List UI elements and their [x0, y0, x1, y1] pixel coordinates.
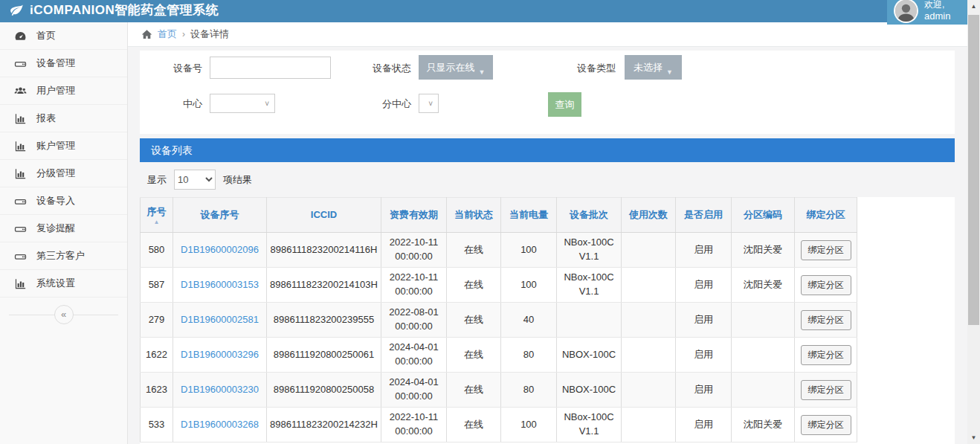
- table-row: 1623 D1B19600003230 8986111920800250058 …: [141, 373, 857, 408]
- cell-status: 在线: [447, 338, 501, 373]
- device-serial-link[interactable]: D1B19600002096: [181, 244, 259, 255]
- cell-enabled: 启用: [676, 233, 732, 268]
- cell-partition: [732, 373, 795, 408]
- bind-partition-button[interactable]: 绑定分区: [801, 345, 851, 365]
- sidebar-item-label: 首页: [36, 29, 56, 42]
- col-header-battery[interactable]: 当前电量: [501, 198, 557, 233]
- col-header-partition[interactable]: 分区编码: [732, 198, 795, 233]
- brand: iCOMPANION智能药盒管理系统: [9, 1, 219, 19]
- cell-partition: 沈阳关爱: [732, 408, 795, 443]
- top-header: iCOMPANION智能药盒管理系统: [0, 0, 967, 22]
- cell-partition: [732, 303, 795, 338]
- search-button[interactable]: 查询: [548, 92, 581, 117]
- sidebar-collapse-button[interactable]: «: [54, 305, 74, 324]
- table-row: 587 D1B19600003153 8986111823200214103H …: [141, 268, 857, 303]
- cell-battery: 100: [501, 233, 557, 268]
- col-header-enabled[interactable]: 是否启用: [676, 198, 732, 233]
- device-status-dropdown[interactable]: 只显示在线▼: [419, 55, 493, 80]
- sidebar-item-revisit-reminder[interactable]: 复诊提醒: [0, 215, 127, 242]
- cell-no: 1623: [141, 373, 173, 408]
- cell-enabled: 启用: [676, 268, 732, 303]
- sidebar-item-account-mgmt[interactable]: 账户管理: [0, 132, 127, 160]
- col-header-status[interactable]: 当前状态: [447, 198, 501, 233]
- breadcrumb-home-link[interactable]: 首页: [158, 28, 177, 41]
- sidebar-item-label: 账户管理: [36, 139, 75, 152]
- cell-usage: [622, 338, 676, 373]
- caret-down-icon: ▼: [479, 68, 486, 76]
- sidebar-item-label: 设备管理: [36, 57, 75, 70]
- col-header-valid[interactable]: 资费有效期: [381, 198, 447, 233]
- subcenter-select[interactable]: ˅: [419, 94, 439, 113]
- app-title: iCOMPANION智能药盒管理系统: [30, 1, 219, 19]
- breadcrumb-current: 设备详情: [190, 28, 229, 41]
- sidebar-item-third-party[interactable]: 第三方客户: [0, 242, 127, 270]
- sidebar-item-system-settings[interactable]: 系统设置: [0, 270, 127, 297]
- device-serial-link[interactable]: D1B19600003153: [181, 279, 259, 290]
- sidebar-item-level-mgmt[interactable]: 分级管理: [0, 160, 127, 187]
- table-header-row: 序号▲ 设备序号 ICCID 资费有效期 当前状态 当前电量 设备批次 使用次数…: [141, 198, 857, 233]
- sidebar-item-reports[interactable]: 报表: [0, 105, 127, 132]
- device-type-dropdown[interactable]: 未选择▼: [625, 55, 682, 80]
- chart-icon: [14, 112, 27, 125]
- cell-enabled: 启用: [676, 373, 732, 408]
- scrollbar-thumb[interactable]: [968, 15, 979, 325]
- username: admin: [924, 10, 950, 22]
- cell-batch: [557, 303, 622, 338]
- table-toolbar: 显示 10 项结果: [140, 162, 955, 197]
- col-header-no[interactable]: 序号▲: [141, 198, 173, 233]
- user-menu[interactable]: 欢迎, admin ▼: [887, 0, 980, 25]
- caret-down-icon: ▼: [666, 68, 673, 76]
- cell-valid: 2022-10-11 00:00:00: [381, 233, 447, 268]
- col-header-bind[interactable]: 绑定分区: [795, 198, 857, 233]
- chevron-down-icon: ˅: [265, 100, 269, 108]
- bind-partition-button[interactable]: 绑定分区: [801, 415, 851, 435]
- sidebar-item-device-mgmt[interactable]: 设备管理: [0, 50, 127, 77]
- cell-usage: [622, 373, 676, 408]
- cell-no: 533: [141, 408, 173, 443]
- cell-batch: NBox-100C V1.1: [557, 233, 622, 268]
- cell-no: 587: [141, 268, 173, 303]
- bind-partition-button[interactable]: 绑定分区: [801, 275, 851, 295]
- col-header-usage[interactable]: 使用次数: [622, 198, 676, 233]
- cell-partition: [732, 338, 795, 373]
- sidebar-item-label: 复诊提醒: [36, 222, 75, 235]
- device-serial-link[interactable]: D1B19600003268: [181, 419, 259, 430]
- device-serial-link[interactable]: D1B19600002581: [181, 314, 259, 325]
- user-text: 欢迎, admin: [924, 0, 950, 22]
- cell-iccid: 8986111823200214116H: [267, 233, 381, 268]
- cell-status: 在线: [447, 303, 501, 338]
- sidebar-item-user-mgmt[interactable]: 用户管理: [0, 77, 127, 105]
- sidebar-item-device-import[interactable]: 设备导入: [0, 187, 127, 215]
- cell-partition: 沈阳关爱: [732, 233, 795, 268]
- device-serial-link[interactable]: D1B19600003296: [181, 349, 259, 360]
- bind-partition-button[interactable]: 绑定分区: [801, 240, 851, 260]
- col-header-batch[interactable]: 设备批次: [557, 198, 622, 233]
- vertical-scrollbar[interactable]: ▲ ▼: [967, 0, 980, 444]
- results-label: 项结果: [223, 173, 252, 187]
- page-size-select[interactable]: 10: [174, 170, 216, 190]
- cell-usage: [622, 268, 676, 303]
- sidebar-item-label: 第三方客户: [36, 249, 85, 263]
- col-header-serial[interactable]: 设备序号: [173, 198, 267, 233]
- sidebar-item-home[interactable]: 首页: [0, 22, 127, 50]
- bind-partition-button[interactable]: 绑定分区: [801, 310, 851, 330]
- sidebar: 首页 设备管理 用户管理 报表 账户管理 分级管理 设备导入 复诊提醒: [0, 22, 128, 444]
- bind-partition-button[interactable]: 绑定分区: [801, 380, 851, 400]
- cell-batch: NBox-100C V1.1: [557, 268, 622, 303]
- center-select[interactable]: ˅: [210, 94, 275, 113]
- col-header-iccid[interactable]: ICCID: [267, 198, 381, 233]
- cell-no: 580: [141, 233, 173, 268]
- device-no-input[interactable]: [210, 57, 331, 79]
- cell-usage: [622, 233, 676, 268]
- sidebar-item-label: 分级管理: [36, 167, 75, 180]
- cell-battery: 80: [501, 373, 557, 408]
- scroll-up-icon[interactable]: ▲: [967, 0, 980, 13]
- main-content: 首页 › 设备详情 设备号 设备状态 只显示在线▼ 设备类型 未选择▼ 中心 ˅…: [128, 22, 967, 444]
- cell-iccid: 8986111823200214103H: [267, 268, 381, 303]
- scroll-down-icon[interactable]: ▼: [967, 431, 980, 444]
- show-label: 显示: [147, 173, 167, 187]
- cell-iccid: 8986111823200239555: [267, 303, 381, 338]
- device-serial-link[interactable]: D1B19600003230: [181, 384, 259, 395]
- device-status-label: 设备状态: [326, 62, 411, 75]
- filter-panel: 设备号 设备状态 只显示在线▼ 设备类型 未选择▼ 中心 ˅ 分中心 ˅ 查询: [140, 51, 955, 134]
